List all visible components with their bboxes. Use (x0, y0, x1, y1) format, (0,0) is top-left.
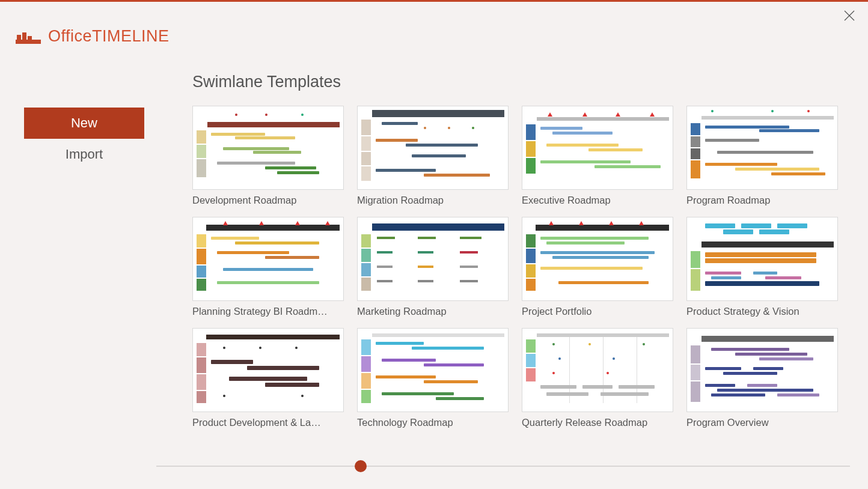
sidebar-item-new[interactable]: New (24, 108, 144, 139)
scrollbar-thumb[interactable] (355, 460, 367, 472)
template-label: Program Overview (686, 417, 838, 428)
close-button[interactable] (844, 10, 855, 21)
sidebar: New Import (24, 108, 144, 170)
template-label: Product Strategy & Vision (686, 306, 838, 317)
template-label: Development Roadmap (192, 195, 344, 206)
svg-rect-5 (28, 36, 32, 40)
template-thumb (357, 328, 509, 412)
template-thumb (192, 328, 344, 412)
sidebar-item-import[interactable]: Import (24, 139, 144, 170)
template-label: Executive Roadmap (522, 195, 673, 206)
template-card-quarterly-release-roadmap[interactable]: Quarterly Release Roadmap (522, 328, 673, 428)
template-grid: Development Roadmap Migration Roadmap (192, 106, 850, 428)
template-thumb (686, 328, 838, 412)
template-thumb (686, 217, 838, 301)
template-card-program-overview[interactable]: Program Overview (686, 328, 838, 428)
svg-rect-2 (16, 40, 41, 44)
template-label: Planning Strategy BI Roadm… (192, 306, 344, 317)
template-label: Marketing Roadmap (357, 306, 509, 317)
template-card-product-strategy-vision[interactable]: Product Strategy & Vision (686, 217, 838, 317)
svg-rect-3 (17, 35, 21, 40)
template-label: Migration Roadmap (357, 195, 509, 206)
template-thumb (357, 217, 509, 301)
page-title: Swimlane Templates (192, 73, 850, 91)
logo-text: OfficeTIMELINE (48, 27, 170, 46)
template-thumb (192, 106, 344, 190)
template-label: Technology Roadmap (357, 417, 509, 428)
template-thumb (522, 217, 673, 301)
template-card-migration-roadmap[interactable]: Migration Roadmap (357, 106, 509, 206)
template-thumb (522, 328, 673, 412)
template-label: Project Portfolio (522, 306, 673, 317)
logo-icon (16, 28, 41, 46)
template-card-program-roadmap[interactable]: Program Roadmap (686, 106, 838, 206)
template-thumb (686, 106, 838, 190)
template-card-project-portfolio[interactable]: Project Portfolio (522, 217, 673, 317)
template-label: Program Roadmap (686, 195, 838, 206)
template-thumb (192, 217, 344, 301)
template-label: Product Development & La… (192, 417, 344, 428)
template-card-planning-strategy-bi-roadmap[interactable]: Planning Strategy BI Roadm… (192, 217, 344, 317)
template-card-development-roadmap[interactable]: Development Roadmap (192, 106, 344, 206)
template-thumb (357, 106, 509, 190)
template-card-executive-roadmap[interactable]: Executive Roadmap (522, 106, 673, 206)
app-logo: OfficeTIMELINE (16, 27, 170, 46)
template-card-product-development-launch[interactable]: Product Development & La… (192, 328, 344, 428)
template-card-technology-roadmap[interactable]: Technology Roadmap (357, 328, 509, 428)
main-content: Swimlane Templates Development Roadmap (192, 73, 850, 428)
svg-rect-4 (22, 32, 26, 40)
template-card-marketing-roadmap[interactable]: Marketing Roadmap (357, 217, 509, 317)
template-thumb (522, 106, 673, 190)
template-label: Quarterly Release Roadmap (522, 417, 673, 428)
horizontal-scrollbar[interactable] (156, 466, 850, 467)
